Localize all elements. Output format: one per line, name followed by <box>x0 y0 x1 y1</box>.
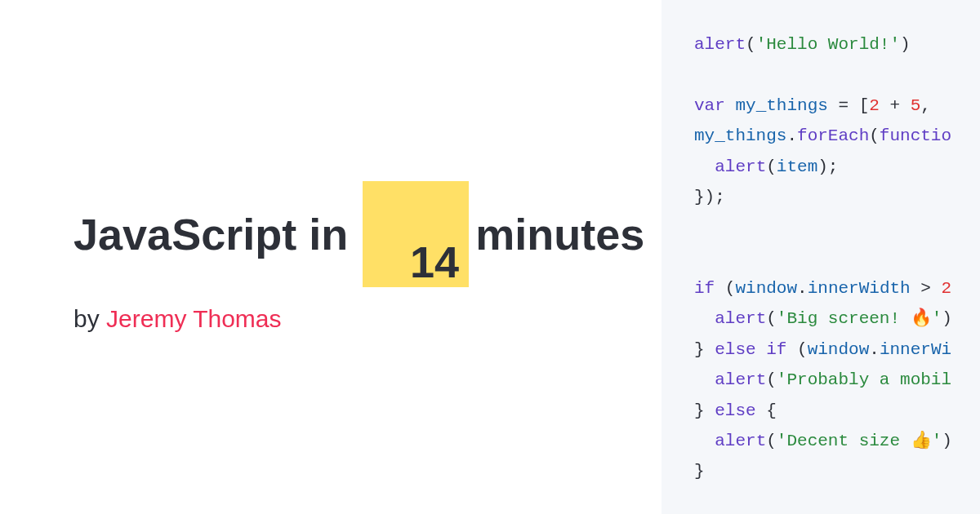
page-title: JavaScript in 14 minutes <box>74 181 662 287</box>
code-blank <box>694 212 980 242</box>
hero-panel: JavaScript in 14 minutes by Jeremy Thoma… <box>0 0 662 514</box>
code-line: alert('Big screen! 🔥') <box>694 304 980 334</box>
code-line: alert('Decent size 👍') <box>694 426 980 456</box>
code-line: if (window.innerWidth > 2 <box>694 273 980 304</box>
code-line: var my_things = [2 + 5, <box>694 91 980 121</box>
code-line: } else { <box>694 396 980 426</box>
code-line: my_things.forEach(functio <box>694 121 980 151</box>
title-number-highlight: 14 <box>363 181 469 287</box>
code-line: }); <box>694 182 980 212</box>
code-line: alert('Hello World!') <box>694 29 980 60</box>
code-blank <box>694 60 980 90</box>
author-link[interactable]: Jeremy Thomas <box>106 305 282 332</box>
title-suffix: minutes <box>475 208 644 261</box>
title-prefix: JavaScript in <box>74 208 348 261</box>
byline: by Jeremy Thomas <box>74 305 662 333</box>
byline-by: by <box>74 305 106 332</box>
title-number: 14 <box>410 236 459 289</box>
code-panel: alert('Hello World!')var my_things = [2 … <box>662 0 980 514</box>
code-line: } <box>694 456 980 486</box>
code-line: alert('Probably a mobil <box>694 365 980 395</box>
code-blank <box>694 243 980 273</box>
code-line: alert(item); <box>694 152 980 182</box>
code-line: } else if (window.innerWi <box>694 335 980 365</box>
